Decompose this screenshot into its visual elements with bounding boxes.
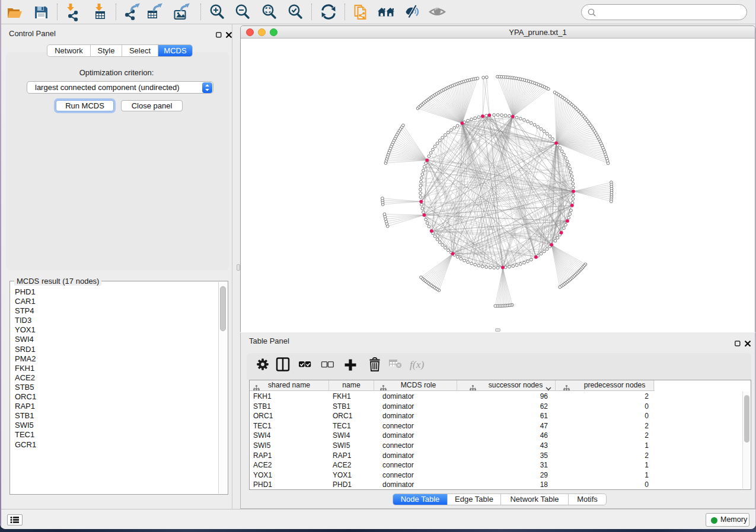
svg-text:f(x): f(x) [410, 358, 424, 370]
